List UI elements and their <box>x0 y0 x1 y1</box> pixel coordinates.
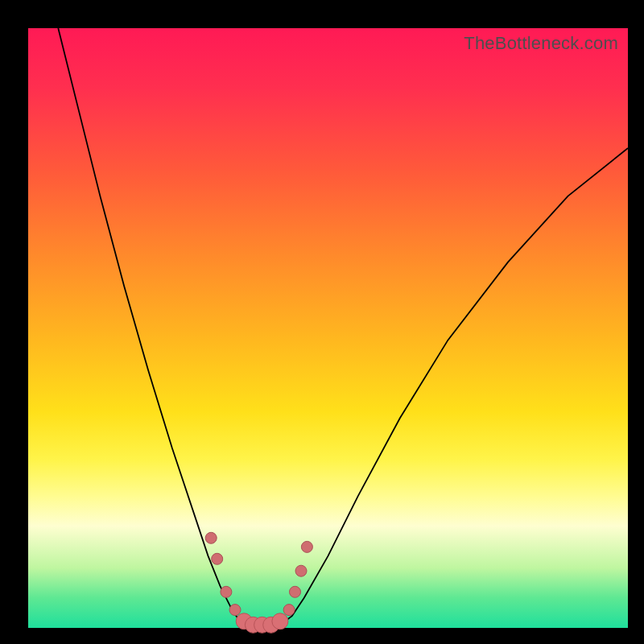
valley-marker <box>212 553 223 564</box>
chart-frame: TheBottleneck.com <box>0 0 644 644</box>
plot-area: TheBottleneck.com <box>28 28 628 628</box>
valley-marker <box>301 541 312 552</box>
valley-marker <box>283 605 295 616</box>
valley-marker <box>295 565 307 576</box>
curve-right <box>280 148 628 625</box>
valley-marker <box>272 613 288 630</box>
valley-marker <box>229 605 241 616</box>
chart-svg <box>28 28 628 628</box>
valley-marker <box>290 586 301 597</box>
valley-marker <box>221 586 232 597</box>
valley-marker <box>205 532 217 543</box>
valley-markers-group <box>205 532 312 633</box>
